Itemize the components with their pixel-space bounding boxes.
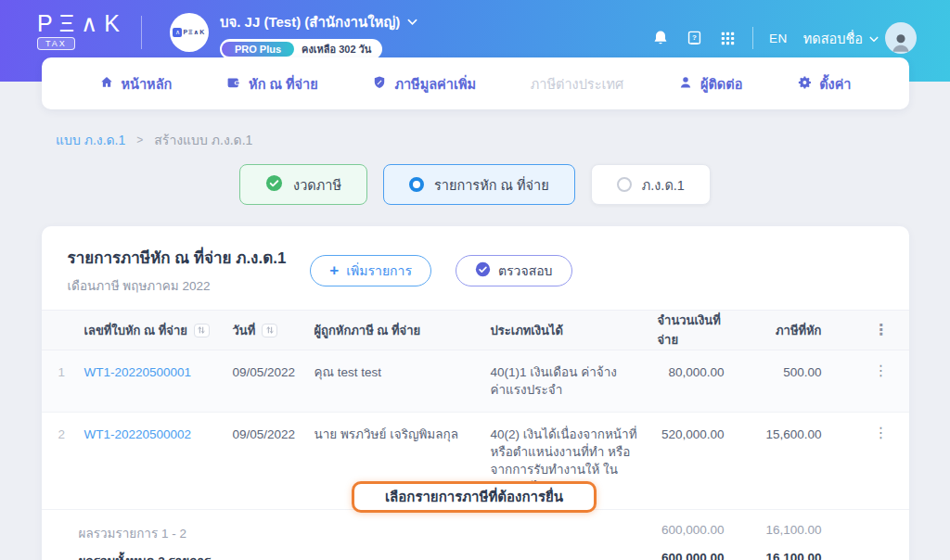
summary-range-label: ผลรวมรายการ 1 - 2: [42, 519, 658, 547]
company-name: บจ. JJ (Test) (สำนักงานใหญ่): [220, 11, 400, 33]
company-selector[interactable]: บจ. JJ (Test) (สำนักงานใหญ่): [220, 11, 417, 33]
row-menu-icon[interactable]: ⋮: [874, 363, 889, 378]
company-logo-mark: ∧: [173, 28, 182, 37]
home-icon: [99, 75, 114, 93]
nav-item-foreign-tax: ภาษีต่างประเทศ: [531, 73, 623, 95]
person-icon: [678, 75, 693, 93]
check-circle-icon: [265, 174, 283, 195]
radio-unselected-icon: [617, 177, 632, 192]
table-menu-icon[interactable]: ⋮: [874, 323, 889, 337]
language-toggle[interactable]: EN: [769, 32, 788, 45]
row-number: 1: [42, 350, 84, 412]
panel-title: รายการภาษีหัก ณ ที่จ่าย ภ.ง.ด.1: [68, 245, 287, 270]
username: ทดสอบชื่อ: [803, 28, 863, 49]
row-menu-icon[interactable]: ⋮: [874, 426, 889, 440]
col-date: วันที่: [233, 321, 315, 340]
summary-total-tax: 16,100.00: [762, 547, 859, 560]
add-item-button[interactable]: + เพิ่มรายการ: [310, 255, 431, 286]
gear-icon: [797, 75, 812, 93]
help-manual-icon[interactable]: ?: [686, 30, 703, 47]
summary-total-label: ผลรวมทั้งหมด 2 รายการ: [42, 547, 658, 560]
breadcrumb-current: สร้างแบบ ภ.ง.ด.1: [154, 130, 252, 150]
check-circle-icon: [475, 261, 491, 280]
wallet-icon: [226, 75, 241, 93]
breadcrumb: แบบ ภ.ง.ด.1 > สร้างแบบ ภ.ง.ด.1: [56, 130, 950, 150]
row-tax: 500.00: [762, 350, 859, 412]
chevron-down-icon: [869, 31, 879, 45]
col-income-type: ประเภทเงินได้: [491, 321, 658, 340]
row-number: 2: [42, 413, 84, 509]
company-logo: ∧ PΞ∧K: [170, 13, 209, 52]
nav-item-withholding[interactable]: หัก ณ ที่จ่าย: [226, 73, 318, 95]
step-pnd1[interactable]: ภ.ง.ด.1: [591, 164, 711, 205]
radio-selected-icon: [409, 177, 424, 192]
panel-subtitle: เดือนภาษี พฤษภาคม 2022: [68, 275, 287, 296]
summary-range-tax: 16,100.00: [762, 519, 859, 547]
apps-grid-icon[interactable]: [719, 30, 737, 47]
breadcrumb-separator: >: [136, 134, 143, 146]
peak-logo-text: PΞ∧K: [37, 11, 126, 35]
row-amount: 80,000.00: [658, 350, 762, 412]
plan-pill[interactable]: PRO Plus คงเหลือ 302 วัน: [220, 39, 382, 59]
verify-button[interactable]: ตรวจสอบ: [456, 255, 572, 286]
step-tabs: งวดภาษี รายการหัก ณ ที่จ่าย ภ.ง.ด.1: [0, 164, 950, 205]
row-tax: 15,600.00: [762, 413, 859, 509]
panel-title-block: รายการภาษีหัก ณ ที่จ่าย ภ.ง.ด.1 เดือนภาษ…: [68, 245, 287, 296]
brand-divider: [141, 16, 142, 49]
notification-bell-icon[interactable]: [651, 29, 670, 47]
nav-item-vat[interactable]: ภาษีมูลค่าเพิ่ม: [372, 73, 476, 95]
callout-text: เลือกรายการภาษีที่ต้องการยื่น: [385, 486, 563, 508]
plus-icon: +: [329, 262, 339, 278]
table-row[interactable]: 1 WT1-20220500001 09/05/2022 คุณ test te…: [42, 350, 909, 413]
nav-item-home[interactable]: หน้าหลัก: [99, 73, 173, 95]
row-date: 09/05/2022: [233, 350, 315, 412]
row-income-type: 40(1)1 เงินเดือน ค่าจ้าง ค่าแรงประจำ: [491, 350, 658, 412]
selection-callout: เลือกรายการภาษีที่ต้องการยื่น: [352, 481, 597, 513]
sort-icon[interactable]: [194, 324, 210, 337]
row-payee: คุณ test test: [315, 350, 491, 412]
table-header-row: เลขที่ใบหัก ณ ที่จ่าย วันที่ ผู้ถูกหักภา…: [42, 310, 909, 350]
summary-range-amount: 600,000.00: [658, 519, 762, 547]
step-withholding-items[interactable]: รายการหัก ณ ที่จ่าย: [383, 164, 575, 205]
col-payee: ผู้ถูกหักภาษี ณ ที่จ่าย: [315, 321, 491, 340]
plan-badge: PRO Plus: [222, 42, 294, 57]
nav-item-settings[interactable]: ตั้งค่า: [797, 73, 851, 95]
main-nav: หน้าหลัก หัก ณ ที่จ่าย ภาษีมูลค่าเพิ่ม ภ…: [42, 57, 909, 109]
breadcrumb-root-link[interactable]: แบบ ภ.ง.ด.1: [56, 130, 125, 150]
table-summary: ผลรวมรายการ 1 - 2 600,000.00 16,100.00 ผ…: [42, 510, 909, 560]
row-amount: 520,000.00: [658, 413, 762, 509]
summary-total-amount: 600,000.00: [658, 547, 762, 560]
chevron-down-icon: [407, 19, 417, 26]
shield-icon: [372, 75, 387, 93]
withholding-doc-link[interactable]: WT1-20220500001: [84, 365, 192, 379]
step-tax-period[interactable]: งวดภาษี: [239, 164, 367, 205]
col-doc-number: เลขที่ใบหัก ณ ที่จ่าย: [84, 321, 233, 340]
header-divider: [752, 27, 753, 49]
withholding-doc-link[interactable]: WT1-20220500002: [84, 427, 192, 441]
row-date: 09/05/2022: [233, 413, 315, 509]
user-menu[interactable]: ทดสอบชื่อ: [803, 22, 917, 54]
nav-item-contacts[interactable]: ผู้ติดต่อ: [678, 73, 742, 95]
col-tax: ภาษีที่หัก: [762, 321, 859, 340]
col-amount: จำนวนเงินที่จ่าย: [658, 311, 762, 350]
svg-text:?: ?: [692, 32, 697, 41]
peak-tax-badge: TAX: [37, 37, 75, 50]
user-avatar[interactable]: [885, 22, 917, 54]
plan-days-remaining: คงเหลือ 302 วัน: [294, 41, 380, 57]
peak-logo: PΞ∧K TAX: [37, 11, 126, 50]
sort-icon[interactable]: [262, 324, 277, 337]
